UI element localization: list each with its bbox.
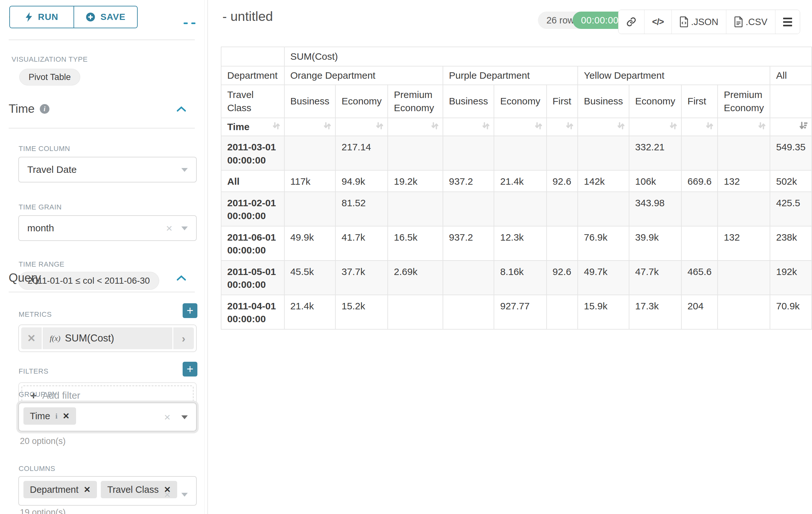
columns-label: COLUMNS [19,464,55,473]
selected-token[interactable]: Department✕ [23,481,97,498]
pivot-cell: 94.9k [336,170,387,191]
pivot-sort-header [547,118,578,136]
panel-scrollbar-track[interactable] [204,0,205,514]
token-label: Travel Class [107,484,158,495]
pivot-dept-group-header: Purple Department [443,66,578,84]
query-section-header: Query [9,271,198,285]
pivot-cell: 76.9k [578,226,629,260]
pivot-sort-header [285,118,336,136]
add-metric-button[interactable]: + [183,303,197,318]
sort-toggle-icon[interactable] [757,121,766,130]
pivot-cell: 142k [578,170,629,191]
sort-toggle-icon[interactable] [323,121,332,130]
pivot-cell: 41.7k [336,226,387,260]
pivot-sort-header [494,118,546,136]
pivot-cell: 39.9k [629,226,681,260]
pivot-class-corner-label: Travel Class [222,85,284,117]
chevron-down-icon [181,415,188,419]
hamburger-icon [783,18,792,26]
pivot-cell [494,192,546,226]
sort-toggle-icon[interactable] [534,121,543,130]
pivot-cell: 12.3k [494,226,546,260]
chevron-right-icon[interactable]: › [173,327,194,349]
sort-toggle-icon[interactable] [669,121,678,130]
pivot-cell [285,192,336,226]
sort-toggle-icon[interactable] [272,121,281,130]
chevron-up-icon[interactable] [176,274,186,281]
function-icon: f(x) [50,334,60,343]
remove-metric-icon[interactable]: ✕ [21,327,42,349]
metric-token[interactable]: ✕ f(x) SUM(Cost) › [21,327,194,349]
pivot-cell: 8.16k [494,261,546,295]
menu-button[interactable] [775,10,800,34]
chart-container: - untitled 26 rows 00:00:00.18 </> .JSON [209,0,812,514]
pivot-sort-header [388,118,442,136]
clear-icon[interactable]: × [164,411,170,423]
pivot-cell: 92.6 [547,261,578,295]
time-grain-label: TIME GRAIN [19,203,62,211]
pivot-sort-header [336,118,387,136]
export-toolbar: </> .JSON .CSV [618,10,800,34]
pivot-cell [443,261,494,295]
sort-toggle-icon[interactable] [616,121,626,130]
sort-desc-active-icon[interactable] [799,121,808,130]
time-column-select[interactable]: Travel Date [18,157,197,183]
code-icon: </> [652,17,664,27]
sort-toggle-icon[interactable] [375,121,384,130]
viz-type-pill[interactable]: Pivot Table [19,69,80,85]
time-grain-value: month [27,223,54,234]
pivot-class-header: Business [578,85,629,117]
time-grain-select[interactable]: month × [18,215,197,241]
pivot-cell: 21.4k [285,295,336,329]
pivot-dept-corner-label: Department [222,66,284,84]
time-column-label: TIME COLUMN [19,144,70,153]
pivot-class-header: Economy [629,85,681,117]
chevron-down-icon [181,226,188,230]
pivot-cell: 332.21 [629,136,681,170]
pivot-data-row: 2011-04-01 00:00:0021.4k15.2k927.7715.9k… [222,295,811,329]
export-csv-button[interactable]: .CSV [726,10,775,34]
pivot-table-container: SUM(Cost)DepartmentOrange DepartmentPurp… [221,47,812,330]
pivot-cell [285,136,336,170]
view-query-button[interactable]: </> [644,10,671,34]
pivot-sort-header [578,118,629,136]
pivot-class-header: Economy [494,85,546,117]
selected-token[interactable]: Timei✕ [23,407,76,425]
run-button[interactable]: RUN [10,6,74,28]
pivot-sort-header [770,118,811,136]
pivot-cell: 16.5k [388,226,442,260]
group-by-label: GROUP BY [19,390,57,399]
clear-icon[interactable]: × [164,489,170,500]
pivot-corner-cell [222,47,284,66]
metric-name: SUM(Cost) [65,332,114,344]
chart-title[interactable]: - untitled [223,9,273,24]
pivot-cell: 425.5 [770,192,811,226]
pivot-cell [547,295,578,329]
save-button[interactable]: SAVE [74,6,137,28]
pivot-table: SUM(Cost)DepartmentOrange DepartmentPurp… [221,47,812,330]
sort-toggle-icon[interactable] [430,121,439,130]
info-icon[interactable]: i [55,412,57,421]
sort-toggle-icon[interactable] [482,121,490,130]
add-filter-plus-button[interactable]: + [183,362,197,377]
pivot-class-header: Premium Economy [718,85,770,117]
pivot-cell: 49.7k [578,261,629,295]
run-save-button-group: RUN SAVE [9,6,138,28]
sort-toggle-icon[interactable] [705,121,714,130]
chevron-down-icon [181,493,188,497]
pivot-cell: 132 [718,170,770,191]
chevron-up-icon[interactable] [176,105,186,112]
export-json-button[interactable]: .JSON [671,10,726,34]
group-by-select[interactable]: Timei✕ × [18,403,197,431]
share-link-button[interactable] [618,10,644,34]
pivot-cell: 549.35 [770,136,811,170]
info-icon[interactable]: i [40,104,50,114]
clear-icon[interactable]: × [166,223,172,234]
metrics-control: ✕ f(x) SUM(Cost) › [18,324,197,352]
sort-toggle-icon[interactable] [565,121,574,130]
pivot-cell: 37.7k [336,261,387,295]
remove-token-icon[interactable]: ✕ [63,411,70,421]
pivot-cell [388,192,442,226]
columns-select[interactable]: Department✕Travel Class✕ × [18,476,197,506]
remove-token-icon[interactable]: ✕ [84,485,91,495]
